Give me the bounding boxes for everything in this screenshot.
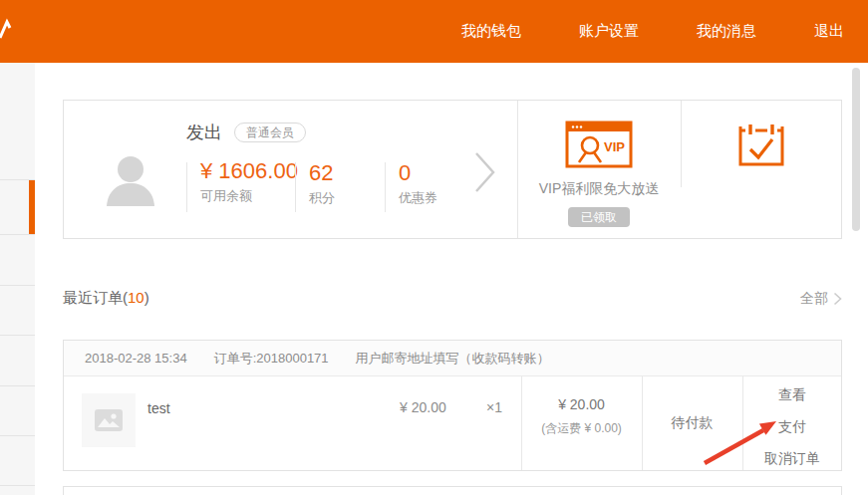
product-quantity: ×1	[486, 399, 502, 415]
vip-promo-icon: VIP	[565, 121, 633, 168]
sidebar-item[interactable]	[0, 235, 35, 286]
balance-value: ¥ 1606.00	[200, 158, 304, 183]
pay-order-link[interactable]: 支付	[742, 418, 842, 436]
user-name-row: 发出 普通会员	[186, 121, 306, 144]
points-stat[interactable]: 62 积分	[309, 160, 335, 207]
order-meta-row: 2018-02-28 15:34 订单号:2018000171 用户邮寄地址填写…	[64, 341, 841, 376]
points-value: 62	[309, 160, 335, 185]
sidebar-item[interactable]	[0, 336, 35, 386]
recent-orders-header: 最近订单(10) 全部	[63, 289, 842, 308]
member-level-badge: 普通会员	[234, 123, 306, 142]
all-link-label: 全部	[800, 290, 828, 308]
order-note: 用户邮寄地址填写（收款码转账）	[356, 350, 550, 368]
vip-icon-text: VIP	[604, 139, 625, 154]
balance-stat[interactable]: ¥ 1606.00 可用余额	[200, 158, 304, 205]
sidebar-item[interactable]	[0, 386, 35, 436]
user-center-page: { "header": { "nav": ["我的钱包", "账户设置", "我…	[0, 0, 868, 495]
avatar[interactable]	[103, 150, 158, 206]
claimed-badge: 已领取	[568, 207, 630, 227]
chevron-right-small-icon	[833, 292, 842, 306]
balance-label: 可用余额	[200, 187, 304, 205]
coupons-label: 优惠券	[399, 189, 437, 207]
order-status: 待付款	[642, 414, 742, 432]
nav-my-wallet[interactable]: 我的钱包	[461, 22, 521, 41]
coupons-stat[interactable]: 0 优惠券	[399, 160, 437, 207]
orders-title-text: 最近订单	[63, 289, 123, 306]
sidebar-item[interactable]	[0, 286, 35, 336]
image-placeholder-icon	[94, 408, 124, 432]
checkin-block[interactable]	[681, 101, 842, 238]
vip-promo-block[interactable]: VIP VIP福利限免大放送 已领取	[517, 101, 681, 238]
nav-account-settings[interactable]: 账户设置	[579, 22, 639, 41]
product-thumbnail[interactable]	[82, 393, 136, 447]
product-price: ¥ 20.00	[400, 399, 446, 415]
divider	[295, 162, 296, 212]
user-summary-card: 发出 普通会员 ¥ 1606.00 可用余额 62 积分 0 优惠券 VIP V…	[63, 100, 842, 239]
order-number: 订单号:2018000171	[214, 350, 329, 368]
coupons-value: 0	[399, 160, 437, 185]
sidebar-item-active[interactable]	[0, 180, 35, 235]
recent-orders-title: 最近订单(10)	[63, 289, 149, 308]
top-bar: 我的钱包 账户设置 我的消息 退出	[0, 0, 868, 63]
product-name[interactable]: test	[147, 400, 170, 416]
cancel-order-link[interactable]: 取消订单	[742, 450, 842, 468]
top-navigation: 我的钱包 账户设置 我的消息 退出	[461, 0, 844, 63]
divider	[385, 162, 386, 212]
calendar-check-icon	[737, 121, 785, 168]
order-body-row: test ¥ 20.00 ×1 ¥ 20.00 (含运费 ¥ 0.00) 待付款…	[64, 376, 841, 470]
order-datetime: 2018-02-28 15:34	[85, 351, 187, 366]
divider	[186, 162, 187, 212]
view-order-link[interactable]: 查看	[742, 386, 842, 404]
username: 发出	[186, 121, 222, 144]
nav-logout[interactable]: 退出	[814, 22, 844, 41]
shipping-note: (含运费 ¥ 0.00)	[521, 420, 642, 437]
sidebar-item[interactable]	[0, 63, 35, 180]
view-all-orders-link[interactable]: 全部	[800, 290, 842, 308]
vip-promo-title: VIP福利限免大放送	[517, 180, 681, 198]
nav-my-messages[interactable]: 我的消息	[697, 22, 756, 41]
order-card: 2018-02-28 15:34 订单号:2018000171 用户邮寄地址填写…	[63, 340, 842, 471]
next-order-card-partial	[63, 486, 842, 495]
chevron-right-icon[interactable]	[473, 150, 497, 194]
partial-logo-icon	[0, 18, 14, 42]
order-total: ¥ 20.00	[521, 396, 642, 412]
sidebar-item[interactable]	[0, 436, 35, 486]
paren-close: )	[145, 289, 149, 306]
scrollbar-thumb[interactable]	[852, 68, 860, 231]
left-sidebar	[0, 63, 35, 495]
orders-count: 10	[128, 289, 145, 306]
points-label: 积分	[309, 189, 335, 207]
